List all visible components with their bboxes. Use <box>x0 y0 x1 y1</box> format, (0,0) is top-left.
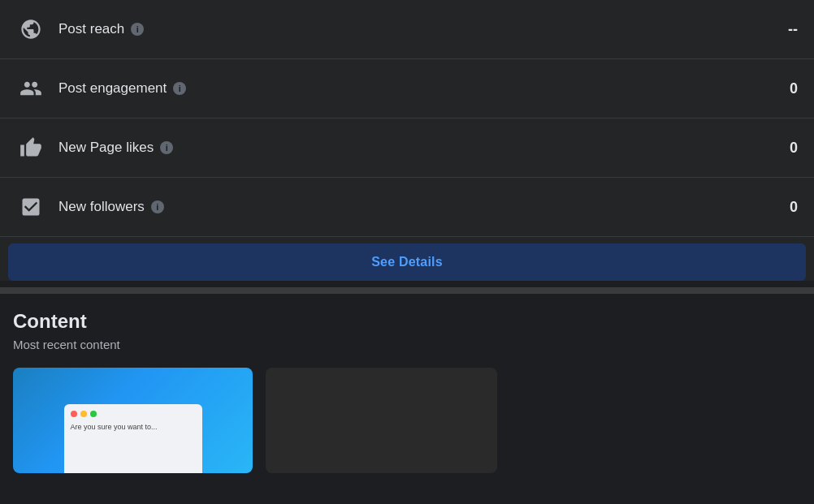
content-thumbnail-1[interactable]: Are you sure you want to... <box>13 368 253 473</box>
new-page-likes-value: 0 <box>773 140 798 157</box>
followers-icon <box>16 192 45 222</box>
thumbsup-icon <box>16 133 45 162</box>
inner-card: Are you sure you want to... <box>64 404 202 473</box>
stat-row-new-page-likes: New Page likes i 0 <box>0 118 814 178</box>
new-followers-value: 0 <box>773 199 798 216</box>
content-section: Content Most recent content Are you sure… <box>0 294 814 489</box>
content-thumbnail-2[interactable] <box>266 368 497 473</box>
dot-red <box>71 411 77 417</box>
stat-row-new-followers: New followers i 0 <box>0 178 814 237</box>
new-followers-info-icon[interactable]: i <box>151 200 164 213</box>
stat-row-post-reach: Post reach i -- <box>0 0 814 59</box>
post-reach-label: Post reach i <box>58 21 773 37</box>
post-engagement-label: Post engagement i <box>58 80 773 97</box>
post-engagement-info-icon[interactable]: i <box>173 82 186 95</box>
traffic-light-dots <box>71 411 196 417</box>
content-title: Content <box>13 310 801 333</box>
content-subtitle: Most recent content <box>13 338 801 351</box>
dot-yellow <box>80 411 87 417</box>
dot-green <box>90 411 97 417</box>
content-thumbnails: Are you sure you want to... <box>13 368 801 473</box>
people-icon <box>16 74 45 103</box>
new-followers-label: New followers i <box>58 199 773 215</box>
post-reach-info-icon[interactable]: i <box>131 23 144 36</box>
stat-row-post-engagement: Post engagement i 0 <box>0 59 814 118</box>
section-divider <box>0 287 814 294</box>
inner-card-text: Are you sure you want to... <box>71 422 196 433</box>
globe-icon <box>16 15 45 44</box>
new-page-likes-label: New Page likes i <box>58 140 773 156</box>
see-details-button[interactable]: See Details <box>8 243 806 281</box>
post-reach-value: -- <box>773 21 798 38</box>
new-page-likes-info-icon[interactable]: i <box>160 141 173 154</box>
post-engagement-value: 0 <box>773 80 798 97</box>
stats-section: Post reach i -- Post engagement i 0 New … <box>0 0 814 281</box>
